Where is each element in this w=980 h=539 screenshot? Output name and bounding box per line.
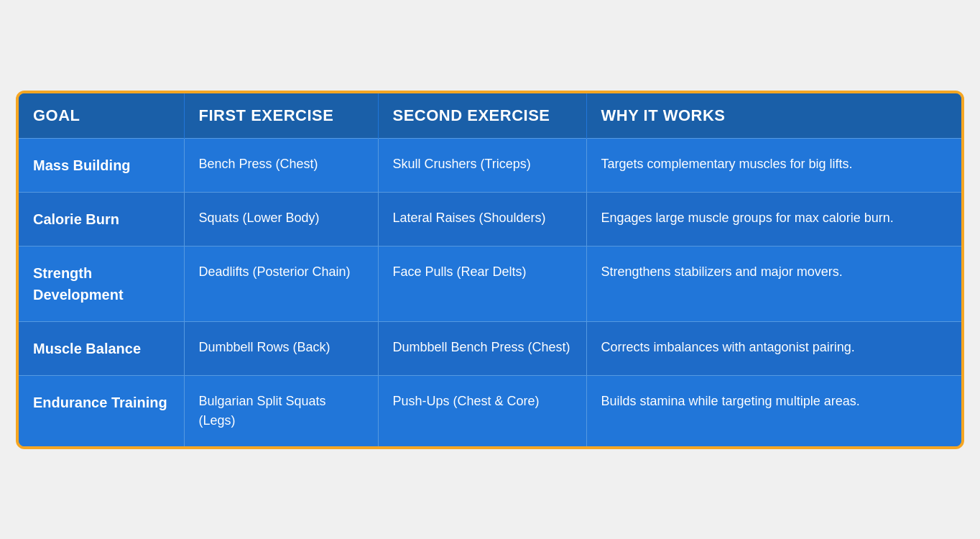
first-exercise-cell: Bench Press (Chest)	[184, 138, 378, 192]
why-it-works-cell: Strengthens stabilizers and major movers…	[586, 246, 961, 321]
second-exercise-cell: Skull Crushers (Triceps)	[378, 138, 586, 192]
goal-cell: Muscle Balance	[19, 321, 184, 375]
why-it-works-cell: Targets complementary muscles for big li…	[586, 138, 961, 192]
first-exercise-cell: Dumbbell Rows (Back)	[184, 321, 378, 375]
header-row: GOAL FIRST EXERCISE SECOND EXERCISE WHY …	[19, 93, 961, 139]
second-exercise-cell: Face Pulls (Rear Delts)	[378, 246, 586, 321]
goal-cell: Strength Development	[19, 246, 184, 321]
goal-cell: Endurance Training	[19, 375, 184, 446]
first-exercise-cell: Bulgarian Split Squats (Legs)	[184, 375, 378, 446]
table-row: Calorie BurnSquats (Lower Body)Lateral R…	[19, 192, 961, 246]
header-why-it-works: WHY IT WORKS	[586, 93, 961, 139]
second-exercise-cell: Dumbbell Bench Press (Chest)	[378, 321, 586, 375]
header-first-exercise: FIRST EXERCISE	[184, 93, 378, 139]
second-exercise-cell: Push-Ups (Chest & Core)	[378, 375, 586, 446]
why-it-works-cell: Engages large muscle groups for max calo…	[586, 192, 961, 246]
header-goal: GOAL	[19, 93, 184, 139]
table-row: Endurance TrainingBulgarian Split Squats…	[19, 375, 961, 446]
table-row: Muscle BalanceDumbbell Rows (Back)Dumbbe…	[19, 321, 961, 375]
first-exercise-cell: Squats (Lower Body)	[184, 192, 378, 246]
why-it-works-cell: Corrects imbalances with antagonist pair…	[586, 321, 961, 375]
goal-cell: Calorie Burn	[19, 192, 184, 246]
main-table-container: GOAL FIRST EXERCISE SECOND EXERCISE WHY …	[16, 91, 964, 449]
header-second-exercise: SECOND EXERCISE	[378, 93, 586, 139]
first-exercise-cell: Deadlifts (Posterior Chain)	[184, 246, 378, 321]
second-exercise-cell: Lateral Raises (Shoulders)	[378, 192, 586, 246]
why-it-works-cell: Builds stamina while targeting multiple …	[586, 375, 961, 446]
workout-table: GOAL FIRST EXERCISE SECOND EXERCISE WHY …	[19, 93, 961, 446]
table-row: Mass BuildingBench Press (Chest)Skull Cr…	[19, 138, 961, 192]
goal-cell: Mass Building	[19, 138, 184, 192]
table-row: Strength DevelopmentDeadlifts (Posterior…	[19, 246, 961, 321]
